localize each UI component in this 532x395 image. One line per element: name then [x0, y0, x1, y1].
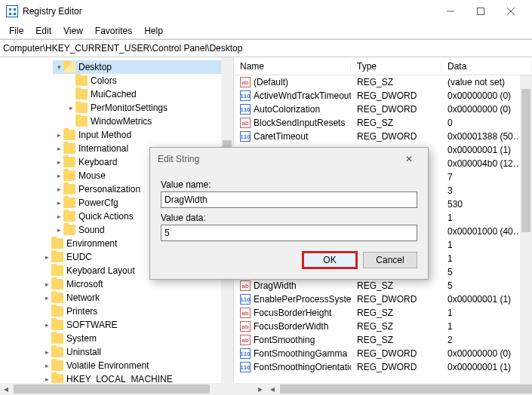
folder-icon	[63, 62, 75, 72]
expand-icon[interactable]: ▸	[54, 226, 63, 234]
menu-bar: File Edit View Favorites Help	[0, 23, 532, 39]
value-data: 0x00000001 (1)	[441, 294, 532, 305]
tree-label: Network	[66, 292, 100, 303]
expand-icon[interactable]: ▸	[42, 321, 51, 329]
tree-item-colors[interactable]: Colors	[65, 74, 233, 87]
expand-icon[interactable]: ▾	[54, 63, 63, 71]
folder-icon	[75, 116, 88, 127]
expand-icon[interactable]: ▸	[42, 362, 51, 369]
column-data[interactable]: Data	[441, 61, 532, 72]
dword-icon: 110	[240, 131, 251, 142]
tree-item-software[interactable]: ▸ SOFTWARE	[41, 318, 233, 332]
folder-icon	[63, 143, 75, 154]
menu-view[interactable]: View	[57, 24, 89, 38]
menu-file[interactable]: File	[3, 24, 29, 38]
folder-icon	[51, 374, 63, 383]
value-data: 2	[441, 335, 532, 345]
tree-item-printers[interactable]: Printers	[41, 305, 233, 318]
dword-icon: 110	[240, 294, 251, 305]
tree-item-network[interactable]: ▸ Network	[41, 291, 233, 305]
expand-icon[interactable]: ▸	[42, 348, 51, 356]
registry-value-row[interactable]: abBlockSendInputResets REG_SZ 0	[234, 116, 532, 130]
string-icon: ab	[240, 77, 251, 87]
scroll-right-button[interactable]: ▸	[254, 383, 266, 395]
tree-label: Mouse	[78, 170, 106, 181]
value-type: REG_DWORD	[351, 348, 441, 359]
folder-icon	[63, 130, 75, 140]
folder-icon	[75, 75, 88, 86]
close-button[interactable]	[496, 0, 526, 23]
tree-item-system[interactable]: System	[41, 332, 233, 345]
registry-value-row[interactable]: 110ActiveWndTrackTimeout REG_DWORD 0x000…	[234, 89, 532, 103]
folder-icon	[63, 211, 75, 222]
minimize-button[interactable]	[435, 0, 466, 23]
scroll-left-button[interactable]: ◂	[0, 383, 12, 395]
expand-icon[interactable]: ▸	[42, 280, 51, 288]
ok-button[interactable]: OK	[303, 252, 357, 268]
horizontal-scrollbar[interactable]: ◂ ▸ ◂ ▸	[0, 383, 532, 395]
expand-icon[interactable]: ▸	[54, 145, 63, 152]
expand-icon[interactable]: ▸	[42, 294, 51, 302]
folder-icon	[63, 157, 75, 167]
tree-item-desktop[interactable]: ▾ Desktop	[53, 60, 233, 74]
tree-item-windowmetrics[interactable]: WindowMetrics	[65, 115, 233, 128]
expand-icon[interactable]: ▸	[66, 104, 75, 112]
folder-icon	[51, 360, 63, 371]
value-type: REG_SZ	[351, 118, 441, 128]
expand-icon[interactable]: ▸	[54, 131, 63, 139]
registry-value-row[interactable]: abFocusBorderWidth REG_SZ 1	[234, 320, 532, 333]
expand-icon[interactable]: ▸	[42, 375, 51, 383]
value-name: FocusBorderWidth	[254, 321, 328, 332]
column-type[interactable]: Type	[351, 61, 441, 72]
string-icon: ab	[240, 335, 251, 345]
tree-item-muicached[interactable]: MuiCached	[65, 87, 233, 101]
tree-item-permonitorsettings[interactable]: ▸ PerMonitorSettings	[65, 101, 233, 115]
value-data: 5	[441, 267, 532, 277]
registry-value-row[interactable]: abDragWidth REG_SZ 5	[234, 279, 532, 292]
folder-icon	[51, 347, 63, 357]
registry-value-row[interactable]: 110CaretTimeout REG_DWORD 0x00001388 (50…	[234, 130, 532, 143]
dialog-close-button[interactable]: ✕	[398, 154, 420, 164]
string-icon: ab	[240, 321, 251, 332]
registry-value-row[interactable]: ab(Default) REG_SZ (value not set)	[234, 75, 532, 89]
menu-edit[interactable]: Edit	[29, 24, 57, 38]
dword-icon: 110	[240, 362, 251, 372]
address-bar[interactable]: Computer\HKEY_CURRENT_USER\Control Panel…	[0, 39, 532, 57]
list-scrollbar[interactable]	[520, 75, 532, 383]
tree-item-volatile-environment[interactable]: ▸ Volatile Environment	[41, 359, 233, 372]
folder-icon	[51, 306, 63, 317]
registry-value-row[interactable]: abFocusBorderHeight REG_SZ 1	[234, 306, 532, 320]
menu-favorites[interactable]: Favorites	[89, 24, 138, 38]
string-icon: ab	[240, 308, 251, 318]
value-name: AutoColorization	[254, 104, 320, 115]
expand-icon[interactable]: ▸	[54, 172, 63, 179]
tree-item-hkey_local_machine[interactable]: ▸ HKEY_LOCAL_MACHINE	[41, 372, 233, 383]
menu-help[interactable]: Help	[138, 24, 169, 38]
expand-icon[interactable]: ▸	[54, 185, 63, 193]
registry-value-row[interactable]: abFontSmoothing REG_SZ 2	[234, 333, 532, 347]
expand-icon[interactable]: ▸	[42, 253, 51, 261]
expand-icon[interactable]: ▸	[54, 199, 63, 207]
expand-icon[interactable]: ▸	[54, 158, 63, 166]
value-data-input[interactable]	[161, 225, 417, 241]
registry-value-row[interactable]: 110AutoColorization REG_DWORD 0x00000000…	[234, 103, 532, 116]
value-type: REG_SZ	[351, 77, 441, 87]
string-icon: ab	[240, 280, 251, 291]
tree-item-input-method[interactable]: ▸ Input Method	[53, 128, 233, 142]
value-name: ActiveWndTrackTimeout	[254, 90, 351, 101]
tree-item-uninstall[interactable]: ▸ Uninstall	[41, 345, 233, 359]
value-data: 1	[441, 308, 532, 318]
dword-icon: 110	[240, 348, 251, 359]
expand-icon[interactable]: ▸	[54, 213, 63, 220]
registry-value-row[interactable]: 110EnablePerProcessSystem... REG_DWORD 0…	[234, 292, 532, 306]
scroll-left-button-2[interactable]: ◂	[266, 383, 278, 395]
registry-value-row[interactable]: 110FontSmoothingOrientation REG_DWORD 0x…	[234, 360, 532, 374]
value-name-input[interactable]	[161, 191, 417, 208]
value-data: 0x000004b0 (1200)	[441, 158, 532, 169]
folder-icon	[51, 292, 63, 303]
value-data-label: Value data:	[161, 213, 417, 223]
cancel-button[interactable]: Cancel	[363, 252, 417, 268]
maximize-button[interactable]	[466, 0, 496, 23]
column-name[interactable]: Name	[234, 61, 351, 72]
registry-value-row[interactable]: 110FontSmoothingGamma REG_DWORD 0x000000…	[234, 347, 532, 360]
